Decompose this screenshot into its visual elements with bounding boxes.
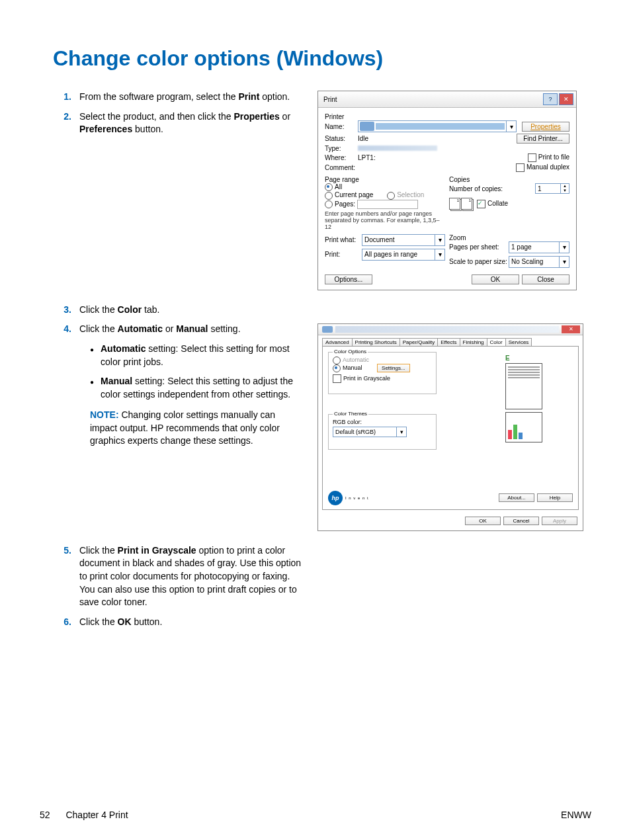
preview-letter: E <box>505 355 538 362</box>
all-radio[interactable] <box>325 183 333 191</box>
text-bold: Automatic <box>118 323 163 334</box>
close-icon[interactable]: ✕ <box>562 325 580 333</box>
options-button[interactable]: Options... <box>325 274 372 284</box>
properties-button[interactable]: Properties <box>522 122 569 132</box>
pages-input[interactable] <box>357 200 418 209</box>
text-bold: Automatic <box>101 343 146 354</box>
step-number: 4. <box>53 323 79 448</box>
text: button. <box>132 124 163 134</box>
ok-button[interactable]: OK <box>465 517 501 525</box>
chevron-down-icon[interactable]: ▾ <box>396 427 406 437</box>
page-preview-gray <box>505 363 542 409</box>
chevron-down-icon[interactable]: ▾ <box>559 242 569 253</box>
text: Click the <box>79 304 118 315</box>
help-button[interactable]: Help <box>537 493 573 502</box>
print-label: Print: <box>325 251 362 258</box>
tab-effects[interactable]: Effects <box>437 338 460 346</box>
text: option. <box>259 91 290 102</box>
close-icon[interactable]: ✕ <box>559 93 573 105</box>
text: Select the product, and then click the <box>79 111 233 122</box>
tab-services[interactable]: Services <box>505 338 532 346</box>
tab-printing-shortcuts[interactable]: Printing Shortcuts <box>352 338 400 346</box>
chevron-down-icon[interactable]: ▾ <box>435 249 444 260</box>
copies-spinner[interactable]: 1▲▼ <box>535 183 569 194</box>
pages-per-sheet-dropdown[interactable]: 1 page▾ <box>509 241 569 253</box>
comment-label: Comment: <box>325 164 358 171</box>
page-preview-color <box>505 412 542 442</box>
spinner-buttons[interactable]: ▲▼ <box>560 184 569 193</box>
print-what-label: Print what: <box>325 236 362 243</box>
logo-text: I n v e n t <box>345 496 369 500</box>
help-icon[interactable]: ? <box>543 93 558 105</box>
text-bold: Preferences <box>79 124 132 134</box>
pages-per-sheet-value: 1 page <box>509 243 559 251</box>
step-number: 3. <box>53 304 79 317</box>
text-bold: Print <box>238 91 259 102</box>
print-what-value: Document <box>362 236 435 243</box>
apply-button[interactable]: Apply <box>542 517 577 525</box>
step-number: 2. <box>53 110 79 136</box>
collate-label: Collate <box>487 200 508 207</box>
current-page-label: Current page <box>335 191 373 198</box>
selection-radio <box>387 192 395 200</box>
text: or <box>280 111 290 122</box>
steps-list: 1. From the software program, select the… <box>53 91 304 136</box>
current-page-radio[interactable] <box>325 192 333 200</box>
text: Click the <box>79 323 118 334</box>
step-body: Click the Print in Grayscale option to p… <box>79 544 304 609</box>
zoom-label: Zoom <box>449 234 569 241</box>
num-copies-label: Number of copies: <box>449 185 535 192</box>
text-bold: OK <box>118 616 132 627</box>
rgb-value: Default (sRGB) <box>333 429 396 435</box>
preview-area: E <box>505 355 538 442</box>
printer-icon <box>360 122 374 131</box>
printer-name-dropdown[interactable]: ▾ <box>358 120 517 132</box>
text: setting. <box>208 323 241 334</box>
chevron-down-icon[interactable]: ▾ <box>506 121 516 132</box>
tab-paper-quality[interactable]: Paper/Quality <box>400 338 438 346</box>
automatic-radio[interactable] <box>333 357 341 364</box>
about-button[interactable]: About... <box>499 493 534 502</box>
step-body: From the software program, select the Pr… <box>79 91 304 104</box>
step-body: Click the OK button. <box>79 616 304 629</box>
text: From the software program, select the <box>79 91 238 102</box>
cancel-button[interactable]: Cancel <box>503 517 539 525</box>
print-range-value: All pages in range <box>362 251 435 258</box>
where-value: LPT1: <box>358 154 528 161</box>
page-range-label: Page range <box>325 176 445 183</box>
print-range-dropdown[interactable]: All pages in range▾ <box>362 249 445 261</box>
selection-label: Selection <box>397 191 424 198</box>
close-button[interactable]: Close <box>522 274 569 284</box>
chevron-down-icon[interactable]: ▾ <box>435 235 444 245</box>
tab-color[interactable]: Color <box>487 338 506 346</box>
grayscale-checkbox[interactable] <box>333 374 341 383</box>
collate-checkbox[interactable] <box>477 200 485 208</box>
text: Click the <box>79 616 118 627</box>
color-dialog-screenshot: ✕ Advanced Printing Shortcuts Paper/Qual… <box>317 323 583 531</box>
print-what-dropdown[interactable]: Document▾ <box>362 234 445 246</box>
text-bold: Print in Grayscale <box>118 545 196 556</box>
status-value: Idle <box>358 135 517 142</box>
status-label: Status: <box>325 135 358 142</box>
color-themes-group-title: Color Themes <box>333 411 368 417</box>
rgb-dropdown[interactable]: Default (sRGB)▾ <box>333 427 407 437</box>
manual-radio[interactable] <box>333 364 341 372</box>
scale-value: No Scaling <box>509 258 559 265</box>
tab-advanced[interactable]: Advanced <box>322 338 353 346</box>
manual-duplex-label: Manual duplex <box>526 163 569 171</box>
text: Click the <box>79 545 118 556</box>
print-dialog-screenshot: Print ? ✕ Printer Name: ▾ Properties <box>317 91 577 290</box>
find-printer-button[interactable]: Find Printer... <box>517 134 569 144</box>
ok-button[interactable]: OK <box>472 274 519 284</box>
scale-dropdown[interactable]: No Scaling▾ <box>509 256 569 268</box>
manual-duplex-checkbox[interactable] <box>516 163 525 172</box>
tab-strip: Advanced Printing Shortcuts Paper/Qualit… <box>318 335 583 346</box>
settings-button[interactable]: Settings... <box>377 364 410 372</box>
grayscale-label: Print in Grayscale <box>343 375 390 382</box>
print-to-file-checkbox[interactable] <box>528 153 536 162</box>
step-number: 5. <box>53 544 79 609</box>
chevron-down-icon[interactable]: ▾ <box>559 257 569 267</box>
automatic-label: Automatic <box>343 357 369 363</box>
tab-finishing[interactable]: Finishing <box>460 338 487 346</box>
pages-radio[interactable] <box>325 200 333 208</box>
